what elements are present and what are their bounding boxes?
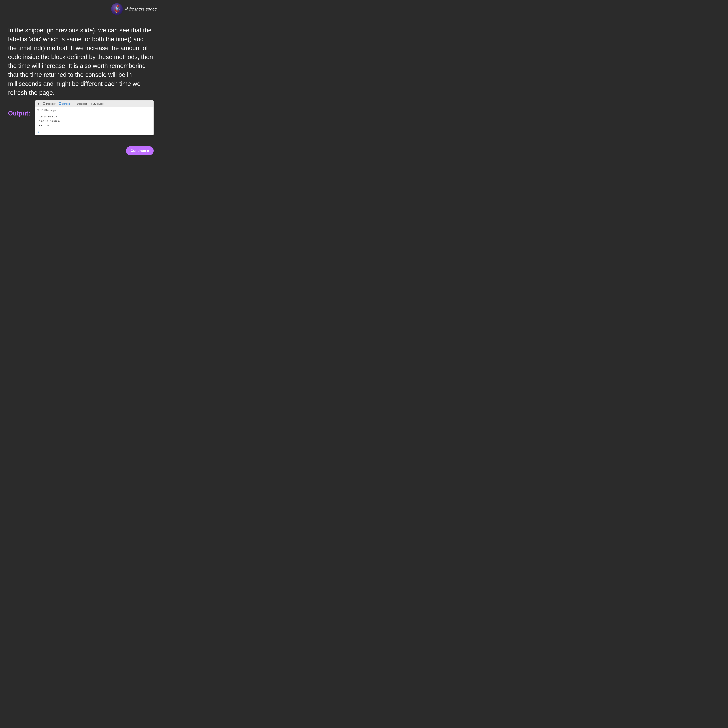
pointer-icon-btn[interactable] [36, 101, 41, 106]
devtools-toolbar: Inspector Console Deb [35, 101, 153, 107]
social-handle: @freshers.space [125, 7, 157, 12]
devtools-panel: Inspector Console Deb [35, 100, 154, 135]
svg-rect-1 [43, 102, 45, 104]
console-line: abc: 1ms [35, 124, 153, 128]
filter-icon [41, 109, 43, 112]
tab-inspector[interactable]: Inspector [41, 102, 57, 106]
main-paragraph: In the snippet (in previous slide), we c… [8, 26, 154, 97]
console-input-row: » [35, 129, 153, 135]
console-chevron-icon[interactable]: » [38, 130, 39, 134]
style-editor-tab-icon: {} [90, 102, 92, 105]
console-output: fun is running fun2 is running.. abc: 1m… [35, 113, 153, 129]
tab-debugger-label: Debugger [77, 102, 87, 105]
svg-rect-3 [74, 103, 76, 104]
rocket-icon: 🚀 [112, 5, 122, 14]
continue-chevrons-icon: » [147, 148, 149, 153]
output-label: Output: [8, 100, 30, 117]
svg-marker-9 [41, 109, 43, 111]
console-line: fun is running [35, 115, 153, 119]
debugger-tab-icon [74, 102, 76, 105]
tab-style-editor[interactable]: {} Style Editor [89, 102, 106, 106]
svg-rect-4 [37, 109, 39, 111]
inspector-tab-icon [43, 102, 45, 105]
tab-debugger[interactable]: Debugger [72, 102, 89, 106]
tab-console[interactable]: Console [57, 102, 72, 106]
continue-button[interactable]: Continue » [126, 146, 154, 155]
tab-inspector-label: Inspector [46, 102, 55, 105]
header: 🚀 @freshers.space [111, 3, 157, 15]
output-section: Output: Inspector [8, 100, 154, 135]
filter-row [35, 107, 153, 113]
console-line: fun2 is running.. [35, 119, 153, 124]
tab-console-label: Console [62, 102, 70, 105]
continue-label: Continue [130, 148, 146, 153]
clear-console-btn[interactable] [37, 109, 40, 112]
console-tab-icon [59, 102, 61, 105]
avatar: 🚀 [111, 3, 123, 15]
filter-input[interactable] [44, 109, 152, 112]
tab-style-editor-label: Style Editor [93, 102, 104, 105]
